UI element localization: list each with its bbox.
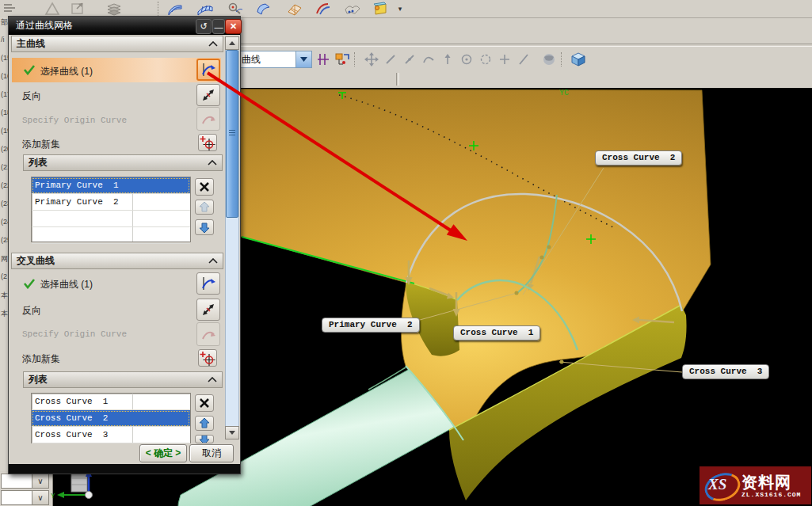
cross-move-down-button[interactable] bbox=[195, 435, 214, 443]
surface-analysis-icon[interactable] bbox=[226, 1, 245, 17]
cross-remove-button[interactable] bbox=[195, 394, 214, 412]
cross-curve-section-bar[interactable]: 交叉曲线 bbox=[11, 253, 223, 269]
filter-dropdown-button[interactable] bbox=[295, 51, 311, 67]
triangle-icon[interactable] bbox=[43, 1, 62, 17]
list-item[interactable] bbox=[32, 227, 190, 244]
watermark-logo-text: XS bbox=[708, 476, 726, 493]
ok-button[interactable]: < 确定 > bbox=[139, 444, 187, 462]
watermark-name: 资料网 bbox=[741, 474, 801, 491]
collapse-chevron-icon[interactable] bbox=[208, 258, 218, 264]
arrow-up-icon bbox=[198, 201, 211, 213]
cross-reverse-button[interactable] bbox=[196, 299, 220, 321]
docked-combo-1-field[interactable] bbox=[1, 474, 32, 489]
primary-move-down-button[interactable] bbox=[195, 219, 214, 235]
swept-surface-icon[interactable] bbox=[254, 1, 273, 17]
list-item[interactable]: Cross Curve 2 bbox=[32, 410, 190, 427]
primary-reverse-button[interactable] bbox=[196, 84, 220, 106]
dialog-bottom-shadow bbox=[9, 464, 240, 474]
cross-section-title: 交叉曲线 bbox=[17, 254, 55, 268]
cross-curve-2-tag: Cross Curve 2 bbox=[595, 150, 682, 165]
section-surface-icon[interactable] bbox=[313, 1, 332, 17]
snap-point-center-icon[interactable] bbox=[457, 51, 476, 67]
chevron-down-icon[interactable]: ∨ bbox=[32, 474, 49, 489]
scroll-down-button[interactable] bbox=[225, 426, 239, 439]
minimize-button[interactable]: — bbox=[212, 19, 225, 34]
cross-curve-list[interactable]: Cross Curve 1 Cross Curve 2 Cross Curve … bbox=[31, 393, 191, 443]
lines-icon[interactable] bbox=[0, 1, 19, 17]
sheet-grid-icon[interactable] bbox=[284, 1, 303, 17]
toolbar-separator bbox=[354, 52, 360, 67]
arrow-up-icon bbox=[198, 417, 211, 429]
more-dropdown-icon[interactable]: ▾ bbox=[395, 1, 405, 17]
cross-list-bar[interactable]: 列表 bbox=[23, 371, 223, 388]
yc-axis-label: YC bbox=[559, 89, 569, 97]
list-item[interactable]: Cross Curve 1 bbox=[32, 394, 190, 410]
primary-list-bar[interactable]: 列表 bbox=[23, 154, 223, 171]
snap-point-quadrant-icon[interactable] bbox=[476, 51, 495, 67]
list-item[interactable]: Primary Curve 2 bbox=[32, 194, 190, 211]
cancel-button[interactable]: 取消 bbox=[189, 444, 234, 462]
toolbar-separator bbox=[561, 52, 566, 67]
cross-add-new-set-button[interactable] bbox=[198, 349, 217, 367]
list-item[interactable] bbox=[32, 211, 190, 227]
through-curve-mesh-icon[interactable] bbox=[196, 1, 215, 17]
layers-icon[interactable] bbox=[105, 1, 124, 17]
primary-select-curve-button[interactable] bbox=[196, 59, 220, 81]
snap-settings-icon[interactable] bbox=[333, 51, 352, 67]
ruled-surface-icon[interactable] bbox=[166, 1, 185, 17]
cross-specify-origin-button bbox=[196, 322, 220, 346]
y-axis-label: Y bbox=[51, 493, 55, 500]
watermark: XS 资料网 ZL.XS1616.COM bbox=[700, 466, 811, 504]
toolbar-separator bbox=[158, 2, 163, 16]
reverse-direction-icon bbox=[200, 301, 217, 318]
reset-button[interactable]: ↺ bbox=[196, 19, 212, 34]
snap-point-plus-icon[interactable] bbox=[495, 51, 514, 67]
watermark-url: ZL.XS1616.COM bbox=[741, 491, 801, 498]
snap-point-on-curve-icon[interactable] bbox=[438, 51, 457, 67]
collapse-chevron-icon[interactable] bbox=[208, 160, 217, 165]
snap-point-endpoint-icon[interactable] bbox=[381, 51, 400, 67]
grid-snap-icon[interactable] bbox=[314, 51, 333, 67]
cross-curve-3-tag: Cross Curve 3 bbox=[682, 364, 769, 379]
add-new-set-icon bbox=[199, 134, 216, 151]
snap-point-move-icon[interactable] bbox=[362, 51, 381, 67]
primary-curve-2-tag: Primary Curve 2 bbox=[322, 318, 420, 333]
cross-move-up-button[interactable] bbox=[195, 416, 214, 431]
origin-curve-icon bbox=[200, 325, 217, 343]
dialog-titlebar[interactable]: 通过曲线网格 ↺ — ✕ bbox=[9, 17, 240, 35]
primary-specify-origin-label: Specify Origin Curve bbox=[22, 116, 127, 125]
sheet-arrow-icon[interactable] bbox=[68, 1, 87, 17]
face-snap-icon[interactable] bbox=[539, 51, 558, 67]
cross-select-curve-button[interactable] bbox=[196, 272, 220, 295]
primary-add-new-set-label: 添加新集 bbox=[22, 138, 60, 151]
docked-combo-2-field[interactable] bbox=[1, 490, 32, 505]
list-item[interactable]: Cross Curve 3 bbox=[32, 427, 190, 443]
n-sided-surface-icon[interactable] bbox=[343, 1, 362, 17]
dialog-title: 通过曲线网格 bbox=[16, 19, 73, 32]
cube-icon[interactable] bbox=[569, 51, 588, 67]
snap-point-curve-icon[interactable] bbox=[419, 51, 438, 67]
primary-remove-button[interactable] bbox=[195, 178, 214, 196]
collapse-chevron-icon[interactable] bbox=[208, 377, 217, 382]
list-item[interactable]: Primary Curve 1 bbox=[32, 177, 190, 194]
docked-combo-1[interactable]: ∨ bbox=[1, 474, 49, 489]
snap-point-intersection-icon[interactable] bbox=[514, 51, 533, 67]
close-button[interactable]: ✕ bbox=[225, 19, 242, 34]
scroll-up-button[interactable] bbox=[225, 36, 239, 50]
docked-combo-2[interactable]: ∨ bbox=[1, 490, 49, 505]
cross-add-new-set-label: 添加新集 bbox=[22, 352, 60, 366]
scrollbar-thumb[interactable] bbox=[226, 50, 238, 218]
collapse-chevron-icon[interactable] bbox=[208, 41, 218, 47]
select-curve-icon bbox=[200, 61, 217, 78]
cross-list-title: 列表 bbox=[29, 373, 48, 386]
primary-curve-list[interactable]: Primary Curve 1 Primary Curve 2 bbox=[31, 177, 191, 242]
cross-select-curve-label: 选择曲线 (1) bbox=[40, 278, 93, 291]
chevron-down-icon[interactable]: ∨ bbox=[32, 490, 49, 505]
primary-add-new-set-button[interactable] bbox=[198, 134, 217, 151]
docked-toolbar: ∨ ∨ bbox=[0, 472, 53, 506]
primary-select-curve-label: 选择曲线 (1) bbox=[40, 65, 93, 78]
flange-surface-icon[interactable] bbox=[372, 1, 391, 17]
nx-application-window: { "window": { "title": "通过曲线网格" }, "tool… bbox=[0, 0, 812, 506]
primary-curve-section-bar[interactable]: 主曲线 bbox=[11, 36, 223, 52]
snap-point-midpoint-icon[interactable] bbox=[400, 51, 419, 67]
